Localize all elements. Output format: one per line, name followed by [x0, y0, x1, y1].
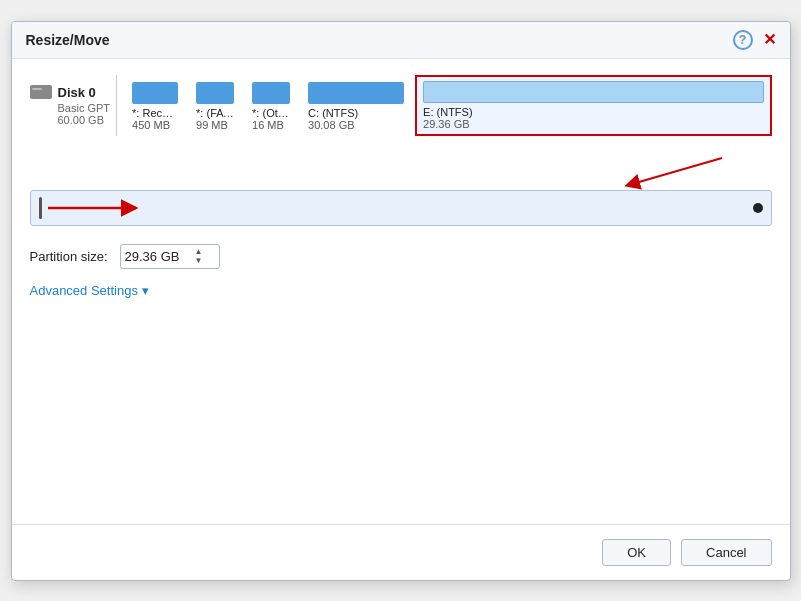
disk-info: Disk 0 Basic GPT 60.00 GB [30, 75, 118, 136]
spacer [30, 308, 772, 524]
partition-bar-fat32 [196, 82, 234, 104]
partition-size-label: Partition size: [30, 249, 108, 264]
dialog-body: Disk 0 Basic GPT 60.00 GB *: Recove... 4… [12, 59, 790, 524]
partition-bar-ntfs-c [308, 82, 404, 104]
spinbox-down-arrow[interactable]: ▼ [195, 256, 203, 266]
partition-size-ntfs-e: 29.36 GB [423, 118, 763, 130]
resize-arrow-svg [46, 198, 146, 218]
partition-ntfs-e[interactable]: E: (NTFS) 29.36 GB [415, 75, 771, 136]
title-bar: Resize/Move ? ✕ [12, 22, 790, 59]
resize-bar[interactable] [30, 190, 772, 226]
partition-size-row: Partition size: ▲ ▼ [30, 244, 772, 269]
disk-icon-row: Disk 0 [30, 85, 111, 100]
resize-move-dialog: Resize/Move ? ✕ Disk 0 Basic GPT 60.00 G… [11, 21, 791, 581]
partition-label-recover: *: Recove... [132, 107, 178, 119]
title-bar-controls: ? ✕ [733, 30, 778, 50]
disk-drive-icon [30, 85, 52, 99]
arrow-container [30, 154, 772, 190]
partition-size-recover: 450 MB [132, 119, 178, 131]
dialog-title: Resize/Move [26, 32, 110, 48]
partition-size-other: 16 MB [252, 119, 290, 131]
close-icon[interactable]: ✕ [761, 30, 778, 49]
advanced-settings-chevron: ▾ [142, 283, 149, 298]
left-handle-bar [39, 197, 42, 219]
disk-map: Disk 0 Basic GPT 60.00 GB *: Recove... 4… [30, 75, 772, 136]
partition-ntfs-c[interactable]: C: (NTFS) 30.08 GB [301, 75, 411, 136]
partition-bar-ntfs-e [423, 81, 763, 103]
partition-bar-recover [132, 82, 178, 104]
advanced-settings-label: Advanced Settings [30, 283, 138, 298]
right-resize-handle[interactable] [753, 203, 763, 213]
partition-recover[interactable]: *: Recove... 450 MB [125, 75, 185, 136]
partition-size-spinbox[interactable]: ▲ ▼ [120, 244, 220, 269]
red-arrow-svg [602, 154, 762, 190]
ok-button[interactable]: OK [602, 539, 671, 566]
partition-label-ntfs-c: C: (NTFS) [308, 107, 404, 119]
partition-label-other: *: (Other) [252, 107, 290, 119]
spinbox-up-arrow[interactable]: ▲ [195, 247, 203, 257]
partition-size-input[interactable] [125, 249, 193, 264]
partition-label-fat32: *: (FAT32) [196, 107, 234, 119]
disk-type: Basic GPT [58, 102, 111, 114]
partition-other[interactable]: *: (Other) 16 MB [245, 75, 297, 136]
partition-label-ntfs-e: E: (NTFS) [423, 106, 763, 118]
left-resize-handle[interactable] [39, 197, 146, 219]
partitions-row: *: Recove... 450 MB *: (FAT32) 99 MB *: … [125, 75, 771, 136]
disk-size: 60.00 GB [58, 114, 111, 126]
svg-line-1 [632, 158, 722, 184]
cancel-button[interactable]: Cancel [681, 539, 771, 566]
partition-size-ntfs-c: 30.08 GB [308, 119, 404, 131]
dialog-footer: OK Cancel [12, 524, 790, 580]
advanced-settings-link[interactable]: Advanced Settings ▾ [30, 283, 772, 298]
spinbox-arrows[interactable]: ▲ ▼ [195, 247, 203, 266]
partition-fat32[interactable]: *: (FAT32) 99 MB [189, 75, 241, 136]
partition-size-fat32: 99 MB [196, 119, 234, 131]
disk-name: Disk 0 [58, 85, 96, 100]
partition-bar-other [252, 82, 290, 104]
help-icon[interactable]: ? [733, 30, 753, 50]
